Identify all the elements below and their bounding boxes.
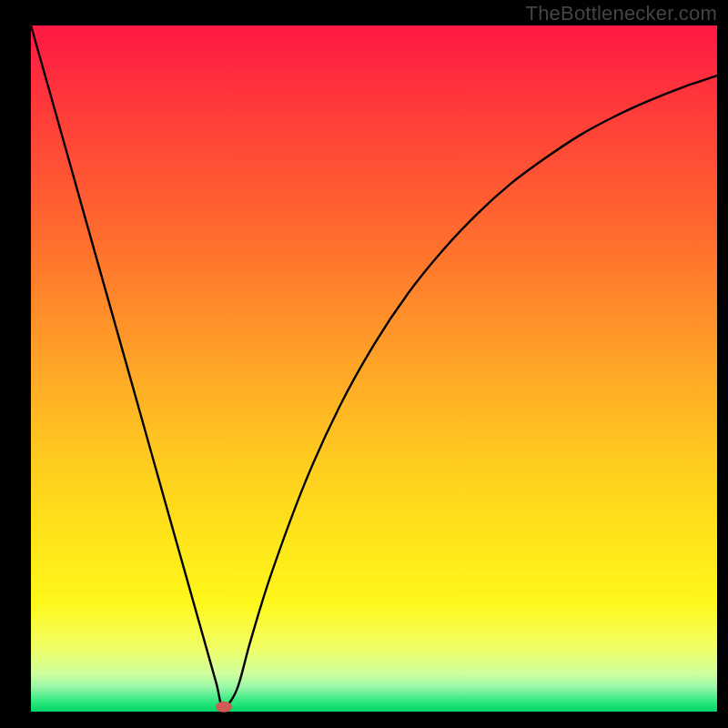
plot-background <box>31 25 717 712</box>
optimal-point-marker <box>216 702 232 713</box>
bottleneck-chart <box>0 0 728 728</box>
chart-stage: TheBottlenecker.com <box>0 0 728 728</box>
